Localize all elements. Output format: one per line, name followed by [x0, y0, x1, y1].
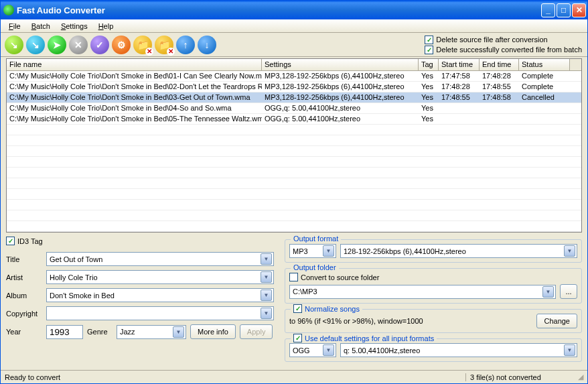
menu-settings[interactable]: Settings — [56, 21, 93, 31]
col-header-settings[interactable]: Settings — [262, 59, 419, 70]
toolbar: ↘ ↘ ➤ ✕ ✓ ⚙ 📁 📁 ↑ ↓ — [1, 36, 220, 54]
normalize-detail: to 96% (if <91% or >98%), window=1000 — [289, 317, 532, 325]
artist-dropdown-icon[interactable]: ▼ — [261, 271, 272, 283]
table-row[interactable]: C:\My Music\Holly Cole Trio\Don't Smoke … — [7, 82, 581, 92]
col-header-start[interactable]: Start time — [439, 59, 480, 70]
id3-checkbox[interactable]: ✓ — [6, 237, 15, 245]
check-button[interactable]: ✓ — [90, 36, 109, 54]
grid-body[interactable]: C:\My Music\Holly Cole Trio\Don't Smoke … — [7, 71, 581, 232]
album-dropdown-icon[interactable]: ▼ — [261, 290, 272, 301]
col-header-tag[interactable]: Tag — [419, 59, 439, 70]
year-input[interactable] — [46, 325, 83, 339]
artist-label: Artist — [6, 273, 42, 281]
output-folder-combo[interactable]: C:\MP3 ▼ — [289, 285, 556, 299]
apply-button[interactable]: Apply — [240, 324, 273, 339]
maximize-button[interactable]: □ — [557, 3, 571, 17]
normalize-checkbox[interactable]: ✓ — [293, 304, 302, 313]
table-row[interactable]: C:\My Music\Holly Cole Trio\Don't Smoke … — [7, 92, 581, 103]
move-up-button[interactable]: ↑ — [176, 36, 195, 54]
delete-source-checkbox[interactable]: ✓ — [425, 36, 433, 44]
cell-status — [519, 103, 570, 113]
album-label: Album — [6, 292, 42, 300]
normalize-change-button[interactable]: Change — [536, 314, 577, 328]
clear-list-button[interactable]: 📁 — [155, 36, 173, 54]
genre-combo[interactable]: Jazz ▼ — [117, 325, 186, 339]
remove-file-button[interactable]: 📁 — [133, 36, 152, 54]
resize-grip-icon[interactable]: ◢ — [573, 373, 583, 381]
table-row-empty — [7, 135, 581, 146]
table-row[interactable]: C:\My Music\Holly Cole Trio\Don't Smoke … — [7, 114, 581, 125]
album-value: Don't Smoke in Bed — [48, 292, 261, 300]
table-row[interactable]: C:\My Music\Holly Cole Trio\Don't Smoke … — [7, 71, 581, 82]
delete-converted-checkbox[interactable]: ✓ — [425, 46, 433, 54]
table-row-empty — [7, 210, 581, 221]
output-folder-fieldset: Output folder ✓ Convert to source folder… — [285, 268, 582, 304]
cell-tag: Yes — [419, 92, 439, 103]
output-folder-dropdown-icon[interactable]: ▼ — [542, 286, 554, 298]
genre-value: Jazz — [119, 328, 173, 336]
output-format-value: MP3 — [291, 247, 323, 255]
toolbar-options: ✓ Delete source file after conversion ✓ … — [425, 36, 582, 54]
menu-file[interactable]: File — [3, 21, 26, 31]
artist-combo[interactable]: Holly Cole Trio ▼ — [46, 270, 274, 284]
output-format-combo[interactable]: MP3 ▼ — [289, 244, 336, 258]
statusbar: Ready to convert 3 file(s) not converted… — [1, 370, 587, 383]
convert-button[interactable]: ➤ — [48, 36, 66, 54]
col-header-file[interactable]: File name — [7, 59, 262, 70]
add-file-button[interactable]: ↘ — [5, 36, 23, 54]
window-title: Fast Audio Converter — [17, 5, 541, 15]
move-down-button[interactable]: ↓ — [198, 36, 216, 54]
col-header-status[interactable]: Status — [519, 59, 570, 70]
defaults-detail-value: q: 5.00,44100Hz,stereo — [342, 346, 564, 355]
table-row-empty — [7, 157, 581, 168]
table-row-empty — [7, 146, 581, 157]
convert-source-label: Convert to source folder — [301, 273, 379, 281]
normalize-fieldset: ✓ Normalize songs to 96% (if <91% or >98… — [285, 309, 582, 333]
table-row-empty — [7, 125, 581, 135]
cell-tag: Yes — [419, 82, 439, 92]
status-left: Ready to convert — [5, 373, 465, 381]
cell-file: C:\My Music\Holly Cole Trio\Don't Smoke … — [7, 103, 262, 113]
defaults-format-combo[interactable]: OGG ▼ — [289, 343, 336, 357]
menu-help[interactable]: Help — [93, 21, 119, 31]
col-header-end[interactable]: End time — [480, 59, 519, 70]
grid-header: File name Settings Tag Start time End ti… — [7, 59, 581, 71]
title-combo[interactable]: Get Out of Town ▼ — [46, 252, 274, 266]
defaults-detail-combo[interactable]: q: 5.00,44100Hz,stereo ▼ — [340, 343, 577, 357]
title-dropdown-icon[interactable]: ▼ — [261, 253, 272, 265]
more-info-button[interactable]: More info — [190, 324, 236, 339]
output-format-dropdown-icon[interactable]: ▼ — [323, 245, 334, 257]
output-format-legend: Output format — [291, 235, 341, 243]
defaults-detail-dropdown-icon[interactable]: ▼ — [564, 344, 575, 356]
menu-batch[interactable]: Batch — [26, 21, 56, 31]
add-folder-button[interactable]: ↘ — [26, 36, 45, 54]
cell-start: 17:48:55 — [439, 92, 480, 103]
browse-button[interactable]: ... — [560, 284, 577, 299]
status-right: 3 file(s) not converted — [465, 373, 573, 381]
output-detail-dropdown-icon[interactable]: ▼ — [564, 245, 575, 257]
cell-start: 17:48:28 — [439, 82, 480, 92]
cell-tag: Yes — [419, 103, 439, 113]
copyright-dropdown-icon[interactable]: ▼ — [261, 308, 272, 319]
cell-tag: Yes — [419, 114, 439, 124]
stop-button[interactable]: ✕ — [69, 36, 88, 54]
artist-value: Holly Cole Trio — [48, 273, 261, 281]
minimize-button[interactable]: _ — [541, 3, 555, 17]
output-panel: Output format MP3 ▼ 128-192-256kbps (6),… — [285, 237, 582, 367]
table-row-empty — [7, 168, 581, 178]
convert-source-checkbox[interactable]: ✓ — [289, 273, 298, 281]
album-combo[interactable]: Don't Smoke in Bed ▼ — [46, 288, 274, 302]
cell-settings: OGG,q: 5.00,44100Hz,stereo — [262, 103, 419, 113]
genre-dropdown-icon[interactable]: ▼ — [173, 326, 184, 338]
close-button[interactable]: ✕ — [572, 3, 586, 17]
settings-button[interactable]: ⚙ — [112, 36, 131, 54]
defaults-checkbox[interactable]: ✓ — [293, 334, 302, 342]
toolbar-row: ↘ ↘ ➤ ✕ ✓ ⚙ 📁 📁 ↑ ↓ ✓ Delete source file… — [1, 33, 587, 57]
table-row[interactable]: C:\My Music\Holly Cole Trio\Don't Smoke … — [7, 103, 581, 114]
cell-settings: MP3,128-192-256kbps (6),44100Hz,stereo — [262, 71, 419, 81]
copyright-combo[interactable]: ▼ — [46, 306, 274, 320]
cell-file: C:\My Music\Holly Cole Trio\Don't Smoke … — [7, 82, 262, 92]
cell-status — [519, 114, 570, 124]
output-detail-combo[interactable]: 128-192-256kbps (6),44100Hz,stereo ▼ — [340, 244, 577, 258]
defaults-format-dropdown-icon[interactable]: ▼ — [323, 344, 334, 356]
